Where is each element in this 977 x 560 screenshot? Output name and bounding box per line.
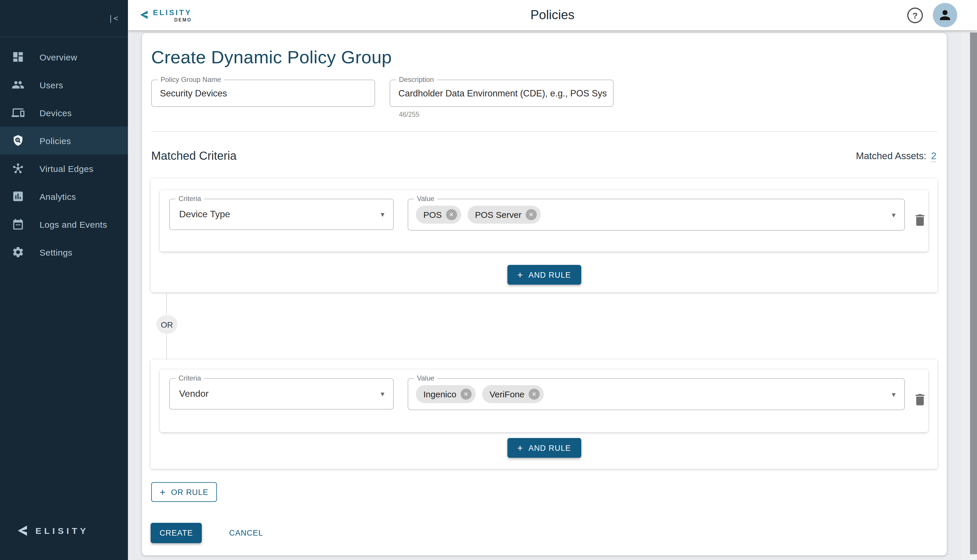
sidebar-item-label: Devices — [40, 108, 72, 118]
analytics-icon — [11, 189, 25, 203]
sidebar-logo-text: ELISITY — [35, 526, 89, 536]
chevron-down-icon[interactable]: ▾ — [381, 210, 385, 219]
sidebar-item-label: Users — [40, 80, 63, 90]
hub-icon — [11, 162, 25, 175]
policy-group-name-value: Security Devices — [160, 88, 369, 98]
chip-verifone: VeriFone ✕ — [482, 385, 544, 403]
and-rule-label: AND RULE — [528, 270, 571, 279]
sidebar-item-analytics[interactable]: Analytics — [0, 182, 128, 210]
calendar-icon — [11, 217, 25, 231]
sidebar-collapse-icon[interactable]: |< — [109, 14, 119, 23]
create-button[interactable]: CREATE — [151, 523, 202, 543]
sidebar-item-users[interactable]: Users — [0, 71, 128, 99]
help-icon[interactable]: ? — [907, 7, 923, 23]
chip-ingenico: Ingenico ✕ — [416, 385, 475, 403]
cancel-button[interactable]: CANCEL — [221, 523, 271, 543]
policy-group-name-label: Policy Group Name — [157, 75, 224, 83]
chevron-down-icon[interactable]: ▾ — [892, 210, 895, 219]
chevron-down-icon[interactable]: ▾ — [381, 390, 385, 398]
gear-icon — [11, 245, 25, 259]
rule-group-1: Criteria Device Type ▾ Value POS ✕ POS S… — [151, 178, 937, 292]
sidebar-logo: ELISITY — [16, 523, 89, 538]
or-connector-line — [166, 292, 167, 315]
section-divider — [151, 131, 937, 132]
sidebar: |< Overview Users Devices — [0, 0, 128, 560]
chip-remove-icon[interactable]: ✕ — [446, 209, 457, 220]
sidebar-nav: Overview Users Devices — [0, 43, 128, 266]
sidebar-item-overview[interactable]: Overview — [0, 43, 128, 71]
criteria-label: Criteria — [176, 374, 204, 382]
and-rule-label: AND RULE — [528, 443, 571, 452]
value-chips: Ingenico ✕ VeriFone ✕ — [416, 379, 544, 410]
delete-rule-button[interactable] — [912, 392, 928, 407]
or-connector-pill: OR — [156, 315, 177, 333]
sidebar-item-label: Logs and Events — [40, 219, 107, 229]
matched-assets-count-link[interactable]: 2 — [931, 150, 936, 162]
sidebar-item-label: Settings — [40, 247, 72, 257]
chevron-down-icon[interactable]: ▾ — [892, 390, 895, 398]
criteria-value: Device Type — [179, 209, 230, 220]
or-rule-label: OR RULE — [171, 488, 208, 497]
matched-assets-label: Matched Assets: — [856, 150, 927, 162]
criteria-value: Vendor — [179, 388, 209, 399]
elisity-mark-icon — [139, 8, 149, 21]
sidebar-item-label: Overview — [40, 52, 77, 62]
sidebar-item-policies[interactable]: Policies — [0, 127, 128, 155]
people-icon — [11, 78, 25, 92]
rule-group-2: Criteria Vendor ▾ Value Ingenico ✕ VeriF… — [151, 360, 937, 469]
plus-icon: + — [517, 443, 523, 453]
matched-assets: Matched Assets: 2 — [856, 150, 937, 162]
value-multiselect[interactable]: Value Ingenico ✕ VeriFone ✕ ▾ — [408, 378, 905, 410]
sidebar-item-settings[interactable]: Settings — [0, 238, 128, 266]
or-rule-button[interactable]: + OR RULE — [151, 482, 217, 502]
and-rule-button[interactable]: + AND RULE — [507, 265, 581, 285]
cancel-label: CANCEL — [229, 528, 263, 537]
chip-remove-icon[interactable]: ✕ — [460, 388, 471, 400]
chip-remove-icon[interactable]: ✕ — [525, 209, 537, 220]
value-chips: POS ✕ POS Server ✕ — [416, 199, 540, 230]
create-label: CREATE — [160, 528, 193, 537]
app-root: |< Overview Users Devices — [0, 0, 977, 560]
elisity-mark-icon — [16, 523, 28, 538]
and-rule-button[interactable]: + AND RULE — [507, 438, 581, 458]
create-policy-group-panel: Create Dynamic Policy Group Policy Group… — [142, 33, 947, 555]
top-header: ELISITY DEMO Policies ? — [128, 0, 977, 30]
description-field[interactable]: Description Cardholder Data Environment … — [390, 80, 614, 107]
value-multiselect[interactable]: Value POS ✕ POS Server ✕ ▾ — [408, 199, 905, 231]
dashboard-icon — [11, 50, 25, 64]
criteria-label: Criteria — [176, 195, 204, 203]
criteria-select[interactable]: Criteria Device Type ▾ — [169, 199, 394, 230]
criteria-select[interactable]: Criteria Vendor ▾ — [169, 378, 394, 410]
description-value: Cardholder Data Environment (CDE), e.g.,… — [398, 88, 607, 98]
header-logo-sub: DEMO — [174, 17, 192, 22]
page-title: Create Dynamic Policy Group — [151, 47, 391, 68]
trash-icon — [912, 213, 928, 228]
or-connector-line — [166, 333, 167, 360]
description-char-counter: 46/255 — [399, 111, 419, 118]
sidebar-item-devices[interactable]: Devices — [0, 99, 128, 127]
rule-row: Criteria Device Type ▾ Value POS ✕ POS S… — [160, 190, 928, 252]
matched-criteria-heading: Matched Criteria — [151, 149, 236, 163]
delete-rule-button[interactable] — [912, 213, 928, 228]
sidebar-item-virtual-edges[interactable]: Virtual Edges — [0, 155, 128, 182]
header-actions: ? — [907, 3, 977, 27]
scrollbar-gutter — [961, 30, 977, 560]
description-label: Description — [396, 75, 437, 83]
sidebar-item-logs-and-events[interactable]: Logs and Events — [0, 210, 128, 238]
devices-icon — [11, 106, 25, 120]
avatar[interactable] — [933, 3, 957, 27]
policy-group-name-field[interactable]: Policy Group Name Security Devices — [151, 80, 375, 107]
rule-row: Criteria Vendor ▾ Value Ingenico ✕ VeriF… — [160, 370, 928, 432]
person-icon — [937, 8, 953, 23]
chip-pos-server: POS Server ✕ — [467, 206, 540, 223]
policy-icon — [11, 133, 25, 148]
plus-icon: + — [160, 487, 166, 497]
sidebar-item-label: Policies — [40, 136, 71, 145]
sidebar-item-label: Virtual Edges — [40, 163, 94, 173]
chip-remove-icon[interactable]: ✕ — [529, 388, 540, 400]
trash-icon — [912, 392, 928, 407]
page-header-title: Policies — [530, 8, 575, 23]
plus-icon: + — [517, 270, 523, 280]
scrollbar[interactable] — [970, 33, 977, 554]
header-logo-text: ELISITY — [153, 8, 192, 17]
